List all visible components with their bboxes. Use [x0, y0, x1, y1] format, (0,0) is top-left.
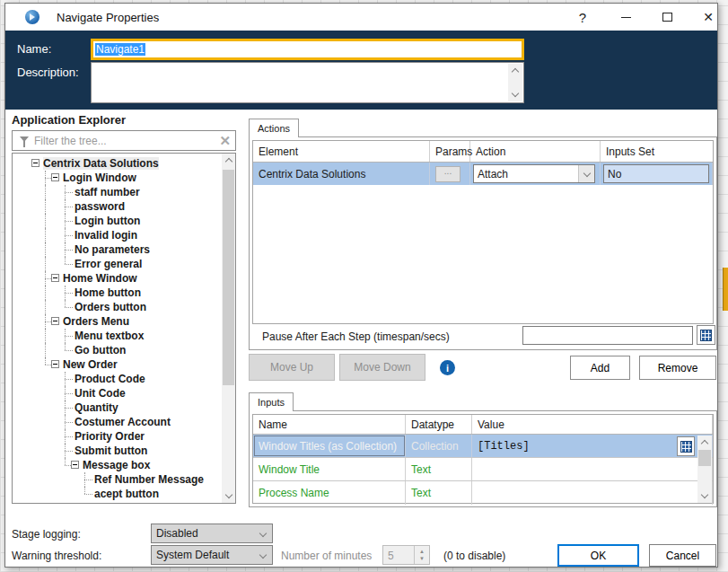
- tree-item[interactable]: Quantity: [13, 400, 221, 415]
- add-button[interactable]: Add: [570, 356, 630, 380]
- tree-item-label: New Order: [63, 358, 118, 371]
- tree-item[interactable]: Error general: [13, 257, 221, 271]
- stepper-arrows[interactable]: ▲▼: [414, 546, 429, 564]
- table-row[interactable]: Window Title Text: [253, 458, 713, 481]
- chevron-down-icon[interactable]: [578, 165, 594, 182]
- params-button[interactable]: ...: [435, 166, 460, 182]
- inputs-set-value[interactable]: No: [603, 164, 709, 183]
- scroll-up-icon[interactable]: [222, 154, 235, 167]
- help-button[interactable]: ?: [570, 4, 595, 31]
- scroll-down-icon[interactable]: [508, 88, 522, 101]
- tree-guide: [45, 214, 46, 228]
- tree-item[interactable]: Priority Order: [13, 429, 221, 444]
- value-expression-button[interactable]: [677, 436, 695, 456]
- action-select[interactable]: Attach: [473, 164, 595, 183]
- tree-guide: [65, 336, 66, 343]
- tree-item[interactable]: Login button: [13, 214, 221, 228]
- clear-filter-icon[interactable]: ✕: [219, 133, 231, 149]
- tree-item[interactable]: New Order: [13, 357, 221, 372]
- tree-item[interactable]: Submit button: [13, 444, 221, 458]
- tree-guide: [65, 329, 66, 336]
- maximize-button[interactable]: [654, 4, 680, 31]
- tree-scrollbar[interactable]: [222, 154, 235, 503]
- table-row[interactable]: Window Titles (as Collection) Collection…: [253, 435, 713, 458]
- scroll-thumb[interactable]: [223, 170, 234, 385]
- table-row[interactable]: Centrix Data Solutions ... Attach No: [253, 163, 713, 185]
- tree-item[interactable]: Go button: [13, 343, 221, 357]
- tree-guide: [65, 192, 66, 199]
- tree-guide: [65, 228, 66, 235]
- tree-item[interactable]: Centrix Data Solutions: [13, 156, 221, 171]
- tree-item[interactable]: Menu textbox: [13, 329, 221, 343]
- collapse-toggle-icon[interactable]: [51, 360, 59, 368]
- tree-guide: [65, 343, 66, 350]
- tree-item[interactable]: Message box: [13, 458, 221, 472]
- info-icon[interactable]: i: [440, 360, 455, 375]
- move-down-button[interactable]: Move Down: [339, 354, 425, 381]
- tree-guide: [65, 307, 73, 308]
- minutes-stepper[interactable]: 5 ▲▼: [382, 545, 430, 565]
- scroll-down-icon[interactable]: [697, 489, 712, 503]
- filter-box: ✕: [12, 130, 236, 151]
- tree-item[interactable]: Product Code: [13, 372, 221, 386]
- tree-item[interactable]: Home button: [13, 286, 221, 300]
- input-name-cell[interactable]: Process Name: [253, 481, 406, 505]
- tree-item[interactable]: Ref Number Message: [13, 472, 221, 487]
- tree-item[interactable]: acept button: [13, 487, 221, 501]
- tab-actions: Actions: [249, 119, 299, 137]
- tree-guide: [45, 343, 46, 357]
- filter-input[interactable]: [34, 133, 214, 148]
- tree-item[interactable]: password: [13, 199, 221, 214]
- arrow-down-icon[interactable]: ▼: [419, 556, 425, 561]
- collapse-toggle-icon[interactable]: [71, 461, 79, 469]
- collapse-toggle-icon[interactable]: [51, 173, 59, 181]
- pause-expression-button[interactable]: [697, 325, 715, 345]
- pause-input[interactable]: [522, 326, 693, 345]
- tree-guide: [45, 300, 46, 314]
- table-row[interactable]: Process Name Text: [253, 481, 713, 505]
- tree-item[interactable]: Invalid login: [13, 228, 221, 242]
- tree-item[interactable]: Orders Menu: [13, 314, 221, 329]
- tree-item[interactable]: Orders button: [13, 300, 221, 314]
- tree-item[interactable]: No parameters: [13, 242, 221, 257]
- disable-hint: (0 to disable): [443, 550, 505, 562]
- cancel-button[interactable]: Cancel: [649, 544, 716, 567]
- arrow-up-icon[interactable]: ▲: [419, 549, 425, 554]
- tree-item-label: Error general: [75, 258, 142, 270]
- scroll-up-icon[interactable]: [508, 64, 522, 77]
- remove-button[interactable]: Remove: [639, 356, 716, 380]
- element-cell[interactable]: Centrix Data Solutions: [253, 163, 430, 185]
- move-up-button[interactable]: Move Up: [249, 354, 335, 381]
- close-button[interactable]: ✕: [696, 4, 721, 31]
- tree-item-label: Costumer Account: [75, 416, 171, 428]
- description-field[interactable]: [91, 62, 524, 103]
- collapse-toggle-icon[interactable]: [51, 274, 59, 282]
- warning-threshold-select[interactable]: System Default: [151, 545, 273, 565]
- name-input[interactable]: Navigate1: [91, 39, 524, 60]
- scroll-down-icon[interactable]: [222, 489, 235, 503]
- tree-guide: [65, 235, 66, 242]
- scroll-thumb[interactable]: [698, 450, 711, 466]
- titlebar[interactable]: Navigate Properties ? ✕: [5, 4, 717, 31]
- input-name-cell[interactable]: Window Title: [253, 458, 406, 480]
- header-panel: Name: Navigate1 Description:: [5, 31, 717, 110]
- tree-guide: [65, 429, 66, 436]
- input-value-cell[interactable]: [472, 458, 713, 480]
- input-value-cell[interactable]: [472, 481, 713, 505]
- collapse-toggle-icon[interactable]: [31, 159, 39, 167]
- tree-item[interactable]: Home Window: [13, 271, 221, 286]
- ok-button[interactable]: OK: [557, 544, 639, 567]
- tree-item[interactable]: Unit Code: [13, 386, 221, 400]
- input-name-cell[interactable]: Window Titles (as Collection): [253, 435, 406, 457]
- collapse-toggle-icon[interactable]: [51, 317, 59, 325]
- tree-item[interactable]: staff number: [13, 185, 221, 199]
- minimize-icon: [621, 17, 631, 18]
- inputs-scrollbar[interactable]: [697, 436, 712, 503]
- tree-item[interactable]: Login Window: [13, 171, 221, 185]
- minimize-button[interactable]: [613, 4, 638, 31]
- tree-item[interactable]: Costumer Account: [13, 415, 221, 429]
- scroll-up-icon[interactable]: [697, 436, 712, 449]
- description-scrollbar[interactable]: [508, 64, 522, 101]
- tree-item-label: Submit button: [75, 444, 147, 457]
- stage-logging-select[interactable]: Disabled: [151, 524, 273, 543]
